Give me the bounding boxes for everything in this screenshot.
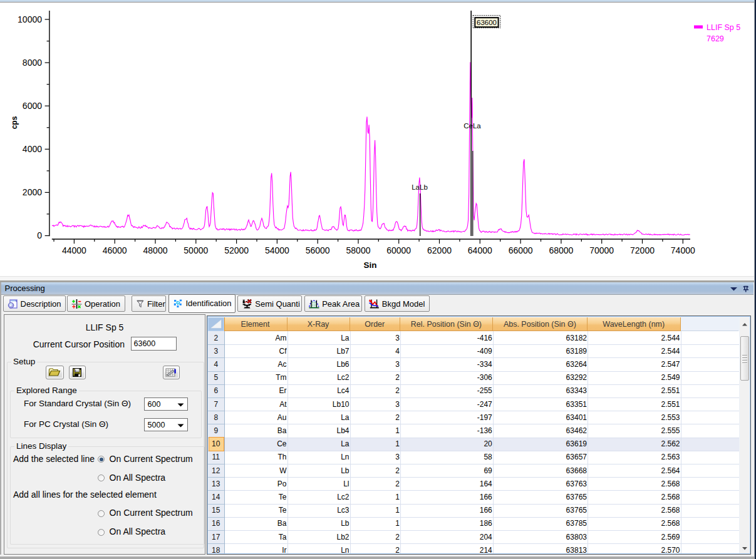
svg-text:2000: 2000: [23, 187, 42, 197]
svg-text:64000: 64000: [468, 245, 492, 255]
svg-text:68000: 68000: [549, 245, 573, 255]
svg-text:10000: 10000: [18, 14, 42, 24]
svg-text:48000: 48000: [143, 245, 168, 255]
svg-text:cps: cps: [10, 116, 19, 129]
svg-text:52000: 52000: [224, 245, 249, 255]
svg-text:50000: 50000: [184, 245, 208, 255]
svg-text:72000: 72000: [630, 245, 655, 255]
svg-text:LLIF Sp 5: LLIF Sp 5: [707, 23, 740, 32]
svg-text:Sin: Sin: [363, 260, 376, 270]
svg-text:66000: 66000: [509, 245, 533, 255]
svg-text:60000: 60000: [386, 245, 411, 255]
svg-text:44000: 44000: [62, 245, 86, 255]
svg-text:46000: 46000: [103, 245, 127, 255]
svg-text:62000: 62000: [427, 245, 452, 255]
svg-text:63600: 63600: [477, 19, 497, 26]
svg-text:LaLb: LaLb: [412, 183, 428, 191]
svg-text:CeLa: CeLa: [463, 122, 481, 130]
svg-text:58000: 58000: [346, 245, 371, 255]
svg-text:8000: 8000: [23, 58, 42, 68]
svg-text:74000: 74000: [671, 245, 695, 255]
svg-text:6000: 6000: [23, 101, 42, 111]
svg-text:7629: 7629: [707, 34, 724, 43]
svg-text:4000: 4000: [23, 144, 42, 154]
svg-text:70000: 70000: [589, 245, 614, 255]
svg-text:54000: 54000: [265, 245, 289, 255]
svg-text:56000: 56000: [306, 245, 330, 255]
svg-text:0: 0: [37, 230, 42, 240]
